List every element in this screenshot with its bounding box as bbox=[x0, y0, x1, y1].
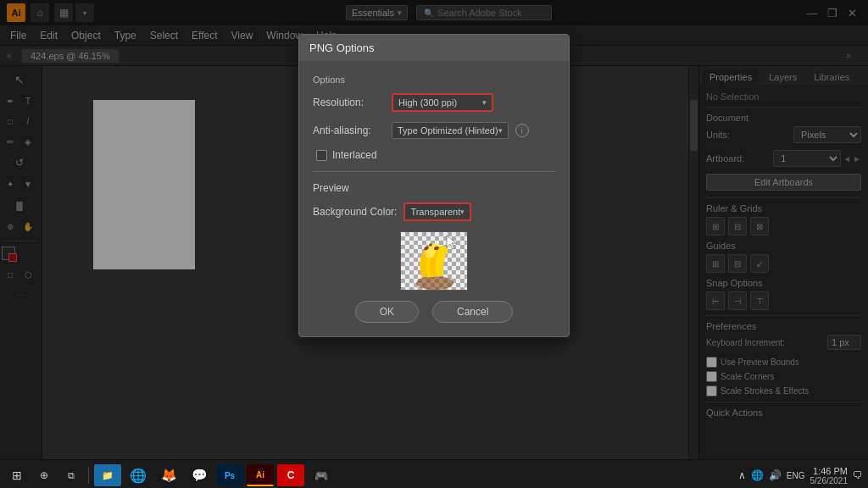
background-color-dropdown[interactable]: Transparent ▾ bbox=[403, 202, 471, 221]
clock[interactable]: 1:46 PM 5/26/2021 bbox=[810, 466, 849, 485]
taskbar-chrome[interactable]: 🌐 bbox=[125, 464, 152, 486]
dialog-overlay: PNG Options Options Resolution: High (30… bbox=[0, 0, 868, 463]
preview-image bbox=[400, 231, 468, 291]
resolution-row: Resolution: High (300 ppi) ▾ bbox=[313, 93, 555, 112]
anti-aliasing-dropdown[interactable]: Type Optimized (Hinted) ▾ bbox=[392, 122, 509, 139]
anti-aliasing-label: Anti-aliasing: bbox=[313, 125, 385, 136]
interlaced-label: Interlaced bbox=[332, 149, 377, 161]
interlaced-row: Interlaced bbox=[313, 149, 555, 161]
system-tray-chevron[interactable]: ∧ bbox=[738, 469, 746, 481]
anti-aliasing-row: Anti-aliasing: Type Optimized (Hinted) ▾… bbox=[313, 122, 555, 139]
background-color-label: Background Color: bbox=[313, 206, 397, 218]
language-indicator[interactable]: ENG bbox=[787, 471, 805, 480]
dialog-button-row: OK Cancel bbox=[313, 301, 555, 323]
taskbar-whatsapp[interactable]: 💬 bbox=[186, 464, 213, 486]
banana-svg bbox=[401, 232, 469, 291]
taskbar-left: ⊞ ⊕ ⧉ 📁 🌐 🦊 💬 Ps Ai C 🎮 bbox=[5, 464, 335, 486]
resolution-dropdown[interactable]: High (300 ppi) ▾ bbox=[392, 93, 493, 112]
anti-aliasing-value: Type Optimized (Hinted) bbox=[398, 125, 498, 136]
png-options-dialog: PNG Options Options Resolution: High (30… bbox=[298, 34, 570, 337]
bg-color-dropdown-arrow: ▾ bbox=[460, 208, 465, 216]
taskbar-canva[interactable]: C bbox=[277, 464, 304, 486]
taskview-button[interactable]: ⧉ bbox=[59, 464, 83, 486]
anti-aliasing-info-icon[interactable]: i bbox=[515, 124, 529, 137]
taskbar: ⊞ ⊕ ⧉ 📁 🌐 🦊 💬 Ps Ai C 🎮 ∧ 🌐 🔊 ENG 1:46 P… bbox=[0, 463, 868, 488]
dialog-title: PNG Options bbox=[299, 35, 569, 61]
interlaced-checkbox[interactable] bbox=[316, 150, 327, 161]
taskbar-search-button[interactable]: ⊕ bbox=[32, 464, 56, 486]
taskbar-file-explorer[interactable]: 📁 bbox=[94, 464, 121, 486]
taskbar-right: ∧ 🌐 🔊 ENG 1:46 PM 5/26/2021 🗨 bbox=[738, 466, 863, 485]
network-icon[interactable]: 🌐 bbox=[751, 469, 764, 481]
notifications-icon[interactable]: 🗨 bbox=[853, 469, 863, 481]
taskbar-photoshop[interactable]: Ps bbox=[216, 464, 243, 486]
preview-section-label: Preview bbox=[313, 182, 555, 194]
resolution-label: Resolution: bbox=[313, 97, 385, 108]
resolution-dropdown-arrow: ▾ bbox=[482, 98, 487, 107]
options-section-label: Options bbox=[313, 75, 555, 85]
taskbar-extra[interactable]: 🎮 bbox=[308, 464, 335, 486]
taskbar-firefox[interactable]: 🦊 bbox=[155, 464, 182, 486]
svg-point-1 bbox=[416, 276, 453, 290]
background-color-value: Transparent bbox=[410, 207, 460, 217]
anti-aliasing-dropdown-arrow: ▾ bbox=[498, 126, 503, 135]
resolution-value: High (300 ppi) bbox=[398, 97, 457, 108]
start-button[interactable]: ⊞ bbox=[5, 464, 29, 486]
dialog-body: Options Resolution: High (300 ppi) ▾ Ant… bbox=[299, 61, 569, 336]
ok-button[interactable]: OK bbox=[355, 301, 419, 323]
svg-marker-5 bbox=[447, 236, 456, 249]
background-color-row: Background Color: Transparent ▾ bbox=[313, 202, 555, 221]
taskbar-illustrator[interactable]: Ai bbox=[247, 464, 274, 486]
cancel-button[interactable]: Cancel bbox=[432, 301, 513, 323]
volume-icon[interactable]: 🔊 bbox=[769, 469, 782, 481]
